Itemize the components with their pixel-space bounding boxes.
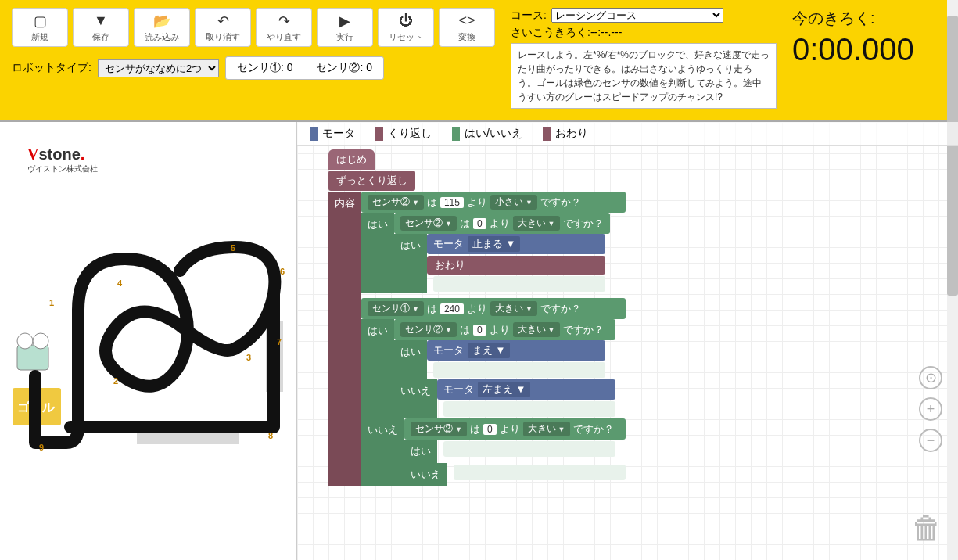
block-motor-fwd[interactable]: モータまえ ▼ [427,340,605,361]
best-record: さいこうきろく:--:--.--- [511,26,777,40]
zoom-center-button[interactable]: ⊙ [919,366,942,389]
robot-type-label: ロボットタイプ: [12,61,91,75]
power-icon: ⏻ [399,13,413,30]
zoom-in-button[interactable]: + [919,397,942,421]
undo-icon: ↶ [217,13,229,30]
block-motor-leftfwd[interactable]: モータ左まえ ▼ [437,379,615,400]
track-canvas: ゴール 1 2 3 4 5 6 7 8 9 [0,169,297,544]
block-program[interactable]: はじめ ずっとくり返し 内容 センサ②▼ は 115 より 小さい▼ ですか？ … [328,149,626,486]
svg-text:3: 3 [246,353,251,362]
svg-text:2: 2 [113,376,118,386]
category-ifelse[interactable]: はい/いいえ [446,125,529,142]
timer-value: 0:00.000 [792,32,914,67]
svg-text:4: 4 [117,278,123,288]
sensor1-value: センサ①: 0 [237,61,293,75]
robot-type-select[interactable]: センサがななめに2つ [98,59,219,77]
yes-label: はい [361,319,394,418]
code-icon: <> [458,13,475,30]
zoom-controls: ⊙ + − [919,366,942,452]
sensor-panel: センサ①: 0 センサ②: 0 [225,56,384,80]
reset-button[interactable]: ⏻リセット [378,8,434,47]
block-categories: モータ くり返し はい/いいえ おわり [297,122,958,146]
load-button[interactable]: 📂読み込み [134,8,190,47]
svg-point-4 [33,333,48,349]
block-if-3[interactable]: センサ②▼ は 0 より 大きい▼ ですか？ [404,418,626,440]
file-icon: ▢ [34,13,47,30]
svg-text:7: 7 [277,337,282,346]
category-motor[interactable]: モータ [303,125,361,142]
category-end[interactable]: おわり [536,125,594,142]
save-icon: ▼ [94,13,108,30]
redo-button[interactable]: ↷やり直す [256,8,312,47]
svg-text:9: 9 [39,443,44,452]
trash-icon[interactable]: 🗑 [911,511,942,546]
yes-label: はい [394,340,427,379]
block-if-2[interactable]: センサ①▼ は 240 より 大きい▼ ですか？ [361,298,626,319]
svg-text:8: 8 [268,431,273,440]
blockly-workspace[interactable]: モータ くり返し はい/いいえ おわり はじめ ずっとくり返し 内容 センサ②▼… [297,122,958,560]
convert-button[interactable]: <>変換 [439,8,495,47]
redo-icon: ↷ [278,13,290,30]
zoom-out-button[interactable]: − [919,429,942,452]
svg-text:1: 1 [49,298,54,307]
timer-label: 今のきろく: [792,8,914,29]
no-label: いいえ [394,379,437,418]
block-if-1-1[interactable]: センサ②▼ は 0 より 大きい▼ ですか？ [394,213,610,234]
block-if-2-1[interactable]: センサ②▼ は 0 より 大きい▼ ですか？ [394,319,615,340]
block-loop[interactable]: ずっとくり返し [328,171,415,191]
undo-button[interactable]: ↶取り消す [195,8,251,47]
folder-open-icon: 📂 [153,13,170,30]
block-end[interactable]: おわり [427,256,605,275]
svg-point-3 [17,333,33,349]
vertical-scrollbar[interactable] [947,0,958,560]
course-description: レースしよう。左*%/右*%のブロックで、好きな速度で走ったり曲がったりできる。… [511,43,777,109]
toolbar-buttons: ▢新規 ▼保存 📂読み込み ↶取り消す ↷やり直す ▶実行 ⏻リセット <>変換 [12,8,495,47]
block-motor-stop[interactable]: モータ止まる ▼ [427,234,605,254]
svg-text:6: 6 [280,267,285,276]
yes-label: はい [394,234,427,293]
course-select[interactable]: レーシングコース [551,8,723,23]
save-button[interactable]: ▼保存 [73,8,129,47]
run-button[interactable]: ▶実行 [317,8,373,47]
yes-label: はい [361,213,394,293]
block-start[interactable]: はじめ [328,149,375,170]
new-button[interactable]: ▢新規 [12,8,68,47]
category-loop[interactable]: くり返し [369,125,438,142]
no-label: いいえ [361,418,404,486]
topbar: ▢新規 ▼保存 📂読み込み ↶取り消す ↷やり直す ▶実行 ⏻リセット <>変換… [0,0,958,120]
play-icon: ▶ [339,13,350,30]
block-if-1[interactable]: センサ②▼ は 115 より 小さい▼ ですか？ [361,192,626,213]
loop-content-label: 内容 [328,192,361,486]
course-label: コース: [511,9,547,23]
svg-rect-2 [17,345,48,370]
simulator-panel: Vstone. ヴイストン株式会社 ゴール 1 2 3 4 5 6 [0,122,297,560]
sensor2-value: センサ②: 0 [316,61,372,75]
svg-text:5: 5 [231,243,235,253]
